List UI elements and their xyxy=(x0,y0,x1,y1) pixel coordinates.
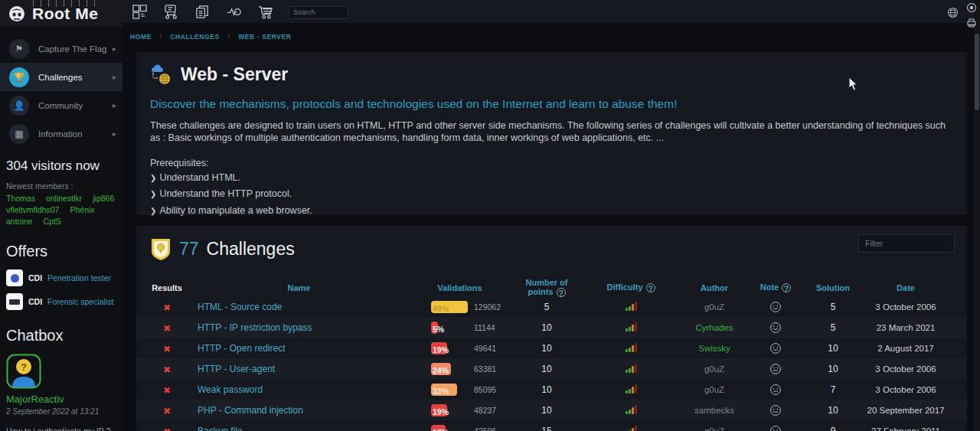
offer-item: CDI Forensic specialist xyxy=(6,293,116,310)
col-solution[interactable]: Solution xyxy=(810,283,856,292)
search-input[interactable] xyxy=(289,6,348,19)
col-difficulty[interactable]: Difficulty? xyxy=(574,282,688,292)
breadcrumb-web-server[interactable]: WEB - SERVER xyxy=(238,33,291,41)
table-row: ✖ HTTP - IP restriction bypass 5% 11144 … xyxy=(136,317,967,338)
nav-label: Community xyxy=(38,101,113,110)
breadcrumb-challenges[interactable]: CHALLENGES xyxy=(170,33,220,41)
member-link[interactable]: onlinestlkr xyxy=(46,194,82,203)
community-network-icon[interactable] xyxy=(163,4,179,20)
printer-icon[interactable] xyxy=(966,18,977,28)
col-author[interactable]: Author xyxy=(688,283,741,292)
col-date[interactable]: Date xyxy=(856,283,956,292)
challenge-date: 20 September 2017 xyxy=(856,406,956,415)
solution-count[interactable]: 9 xyxy=(810,426,856,431)
solution-count[interactable]: 10 xyxy=(810,364,856,374)
difficulty-bars-icon xyxy=(626,301,637,311)
sidebar-item-community[interactable]: 👤 Community ▸ xyxy=(0,91,122,119)
avatar[interactable]: ? xyxy=(6,354,41,389)
challenge-link[interactable]: HTML - Source code xyxy=(198,302,400,312)
scrollbar-thumb[interactable] xyxy=(975,34,979,110)
challenge-date: 3 October 2006 xyxy=(856,364,956,374)
validation-pct: 33% xyxy=(431,385,449,397)
challenge-points: 10 xyxy=(519,384,574,395)
challenge-author[interactable]: g0uZ xyxy=(688,302,741,312)
sidebar-nav: ⚑ Capture The Flag ▸ 🏆 Challenges ▸ 👤 Co… xyxy=(0,34,122,148)
sidebar-item-information[interactable]: ▦ Information ▸ xyxy=(0,119,122,148)
chevron-right-icon: ▸ xyxy=(113,129,116,138)
difficulty-bars-icon xyxy=(626,322,637,331)
col-points[interactable]: Number of points? xyxy=(519,278,574,297)
company-logo-icon xyxy=(6,269,23,286)
member-link[interactable]: Phénix xyxy=(70,205,94,214)
solution-count[interactable]: 5 xyxy=(810,302,856,312)
chat-username[interactable]: MajorReactiv xyxy=(6,393,116,405)
nav-label: Information xyxy=(38,129,113,139)
challenge-author[interactable]: Cyrhades xyxy=(688,323,741,332)
difficulty-bars-icon xyxy=(626,404,637,414)
challenge-author[interactable]: g0uZ xyxy=(688,426,741,431)
terminal-grid-icon[interactable] xyxy=(132,4,148,20)
chat-message: How to i authenticate my IP ? xyxy=(6,426,116,431)
help-icon[interactable]: ? xyxy=(646,283,655,292)
documents-icon[interactable] xyxy=(194,4,211,20)
table-header: Results Name Validations Number of point… xyxy=(136,278,967,296)
col-name[interactable]: Name xyxy=(198,283,400,292)
challenge-date: 23 March 2021 xyxy=(856,323,956,332)
challenge-author[interactable]: Swissky xyxy=(688,344,741,353)
page-scrollbar[interactable] xyxy=(974,0,980,431)
col-note[interactable]: Note? xyxy=(741,282,810,292)
prerequisite-item: ❯Understand HTML. xyxy=(150,171,953,185)
logo[interactable]: Root Me xyxy=(0,0,122,27)
page-title: Web - Server xyxy=(181,64,288,85)
breadcrumb-home[interactable]: HOME xyxy=(130,33,152,41)
table-row: ✖ HTTP - Open redirect 19% 49641 10 Swis… xyxy=(136,338,967,358)
sidebar: Root Me ⚑ Capture The Flag ▸ 🏆 Challenge… xyxy=(0,0,122,431)
table-row: ✖ PHP - Command injection 19% 48237 10 s… xyxy=(136,400,967,420)
solution-count[interactable]: 7 xyxy=(810,384,856,395)
shop-cart-icon[interactable] xyxy=(257,4,273,20)
challenge-link[interactable]: HTTP - IP restriction bypass xyxy=(198,322,400,333)
solution-count[interactable]: 5 xyxy=(810,322,856,333)
newest-members-label: Newest members : xyxy=(6,181,116,191)
member-link[interactable]: jip866 xyxy=(93,194,114,203)
filter-input[interactable] xyxy=(858,234,955,253)
table-body: ✖ HTML - Source code 49% 129062 5 g0uZ 5… xyxy=(136,296,967,431)
challenge-points: 10 xyxy=(519,322,574,333)
col-validations[interactable]: Validations xyxy=(400,283,519,292)
note-face-icon xyxy=(769,363,782,375)
validation-pct: 17% xyxy=(431,426,449,431)
help-icon[interactable]: ? xyxy=(557,288,566,297)
prerequisite-text: Understand HTML. xyxy=(159,172,240,183)
rootme-skull-icon xyxy=(8,5,26,23)
activity-monitor-icon[interactable] xyxy=(226,4,242,20)
prerequisites-label: Prerequisites: xyxy=(150,158,953,168)
bullet-chevron-icon: ❯ xyxy=(150,174,156,182)
challenge-author[interactable]: g0uZ xyxy=(688,364,741,374)
language-globe-icon[interactable] xyxy=(947,7,959,18)
challenge-link[interactable]: HTTP - Open redirect xyxy=(198,343,400,354)
challenge-link[interactable]: PHP - Command injection xyxy=(198,405,400,416)
challenge-author[interactable]: sambecks xyxy=(688,406,741,415)
offer-link[interactable]: Forensic specialist xyxy=(47,297,113,306)
sidebar-item-capture-the-flag[interactable]: ⚑ Capture The Flag ▸ xyxy=(0,34,122,63)
sidebar-item-challenges[interactable]: 🏆 Challenges ▸ xyxy=(0,63,122,91)
challenge-date: 3 October 2006 xyxy=(856,385,956,394)
validation-count: 49641 xyxy=(474,344,496,353)
challenge-author[interactable]: g0uZ xyxy=(688,385,741,394)
challenge-link[interactable]: Backup file xyxy=(198,426,400,431)
challenge-link[interactable]: HTTP - User-agent xyxy=(198,364,400,374)
solution-count[interactable]: 10 xyxy=(810,405,856,416)
member-link[interactable]: antoine xyxy=(6,217,32,226)
target-icon[interactable] xyxy=(966,2,977,13)
note-face-icon xyxy=(769,301,782,313)
validation-pct: 19% xyxy=(431,344,449,356)
offer-link[interactable]: Penetration tester xyxy=(47,273,111,282)
validation-count: 42596 xyxy=(474,426,496,431)
solution-count[interactable]: 10 xyxy=(810,343,856,354)
member-link[interactable]: Thomas xyxy=(6,194,35,203)
challenge-link[interactable]: Weak password xyxy=(198,384,400,395)
member-link[interactable]: vfleltvmfldhs07 xyxy=(6,205,59,214)
topbar xyxy=(122,0,980,23)
help-icon[interactable]: ? xyxy=(782,283,791,292)
member-link[interactable]: CptS xyxy=(43,217,60,226)
